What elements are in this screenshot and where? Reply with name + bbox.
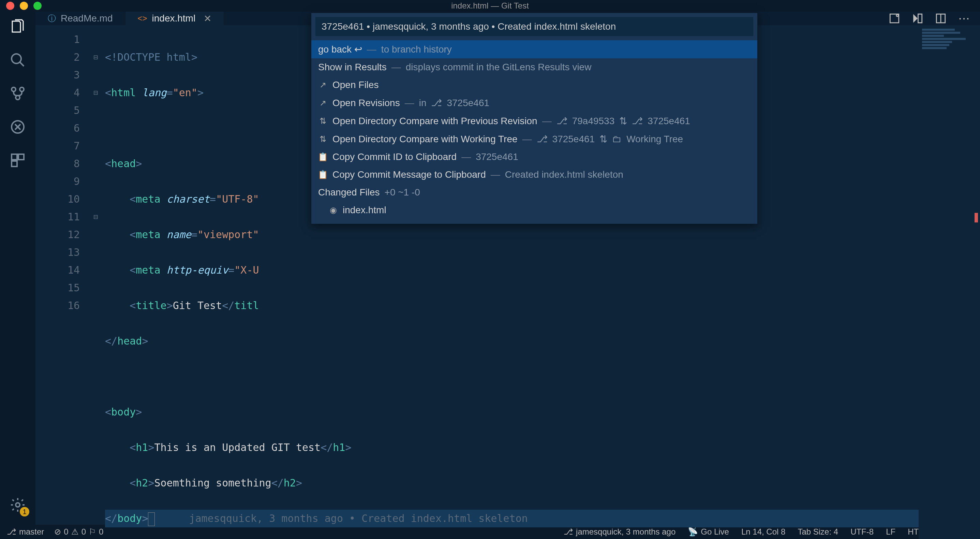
compare-icon: ⇅ (600, 133, 607, 145)
ruler-marker (975, 213, 978, 222)
picker-input[interactable]: 3725e461 • jamesqquick, 3 months ago • C… (315, 17, 753, 36)
folder-icon: 🗀 (612, 133, 622, 145)
picker-item-copy-commit-message[interactable]: 📋 Copy Commit Message to Clipboard — Cre… (311, 166, 757, 183)
tab-readme[interactable]: ⓘ ReadMe.md (35, 11, 126, 25)
titlebar: index.html — Git Test (0, 0, 980, 11)
svg-point-9 (16, 503, 20, 507)
svg-rect-6 (11, 154, 17, 159)
cursor-marker (148, 512, 155, 526)
open-file-icon: ↗ (318, 98, 328, 108)
commit-icon: ⎇ (431, 97, 442, 108)
picker-item-copy-commit-id[interactable]: 📋 Copy Commit ID to Clipboard — 3725e461 (311, 148, 757, 166)
open-file-icon: ↗ (318, 80, 328, 90)
svg-point-0 (11, 54, 21, 64)
more-actions-icon[interactable]: ⋯ (958, 11, 970, 25)
fold-gutter: ⊟ ⊟ ⊟ (94, 25, 105, 539)
fold-icon[interactable]: ⊟ (94, 84, 105, 102)
minimize-window-button[interactable] (20, 2, 28, 10)
compare-changes-icon[interactable] (889, 13, 900, 24)
extensions-icon[interactable] (8, 151, 27, 170)
picker-list: go back ↩ — to branch history Show in Re… (311, 40, 757, 224)
window-controls (0, 2, 41, 10)
svg-line-1 (20, 62, 24, 66)
debug-icon[interactable] (8, 117, 27, 136)
tab-label: index.html (152, 13, 196, 24)
fold-icon[interactable]: ⊟ (94, 208, 105, 226)
commit-icon: ⎇ (632, 115, 643, 126)
tab-label: ReadMe.md (61, 13, 113, 24)
branch-icon: ⎇ (7, 527, 16, 537)
picker-item-changed-file[interactable]: ◉ index.html (311, 201, 757, 219)
commit-icon: ⎇ (537, 133, 547, 145)
explorer-icon[interactable] (8, 17, 27, 36)
gitlens-commit-picker: 3725e461 • jamesqquick, 3 months ago • C… (311, 13, 758, 224)
search-icon[interactable] (8, 51, 27, 70)
update-badge: 1 (20, 507, 29, 517)
svg-point-2 (11, 87, 16, 91)
close-icon[interactable]: ✕ (204, 13, 212, 24)
editor-actions: ⋯ (889, 11, 980, 25)
picker-item-changed-files[interactable]: Changed Files +0 ~1 -0 (311, 183, 757, 201)
overview-ruler[interactable] (970, 35, 980, 525)
svg-rect-8 (11, 161, 17, 166)
svg-rect-10 (890, 14, 899, 23)
file-status-icon: ◉ (328, 206, 338, 215)
gitlens-blame-annotation: jamesqquick, 3 months ago • Created inde… (155, 512, 528, 524)
line-numbers: 1 2 3 4 5 6 7 8 9 10 11 12 13 14 15 16 (35, 25, 94, 539)
source-control-icon[interactable] (8, 84, 27, 103)
settings-gear-icon[interactable]: 1 (8, 495, 27, 514)
split-editor-icon[interactable] (935, 13, 947, 24)
picker-item-go-back[interactable]: go back ↩ — to branch history (311, 40, 757, 58)
close-window-button[interactable] (6, 2, 14, 10)
compare-icon: ⇅ (318, 134, 328, 144)
clipboard-icon: 📋 (318, 152, 328, 162)
window-title: index.html — Git Test (451, 1, 529, 11)
compare-icon: ⇅ (619, 115, 627, 126)
svg-point-3 (20, 87, 24, 91)
zoom-window-button[interactable] (33, 2, 41, 10)
compare-icon: ⇅ (318, 116, 328, 126)
picker-item-compare-previous[interactable]: ⇅ Open Directory Compare with Previous R… (311, 112, 757, 130)
code-icon: <> (138, 14, 147, 23)
picker-item-open-revisions[interactable]: ↗ Open Revisions — in ⎇ 3725e461 (311, 94, 757, 112)
svg-rect-7 (18, 154, 24, 159)
fold-icon[interactable]: ⊟ (94, 48, 105, 66)
tab-index-html[interactable]: <> index.html ✕ (126, 11, 224, 25)
clipboard-icon: 📋 (318, 170, 328, 179)
picker-item-show-in-results[interactable]: Show in Results — displays commit in the… (311, 58, 757, 76)
activity-bar: 1 (0, 11, 35, 525)
svg-point-11 (896, 15, 899, 17)
open-changes-icon[interactable] (912, 13, 923, 24)
info-icon: ⓘ (48, 13, 56, 24)
picker-item-compare-working-tree[interactable]: ⇅ Open Directory Compare with Working Tr… (311, 130, 757, 148)
picker-item-open-files[interactable]: ↗ Open Files (311, 76, 757, 94)
editor-area: ⓘ ReadMe.md <> index.html ✕ ⋯ (35, 11, 980, 525)
commit-icon: ⎇ (557, 115, 567, 126)
